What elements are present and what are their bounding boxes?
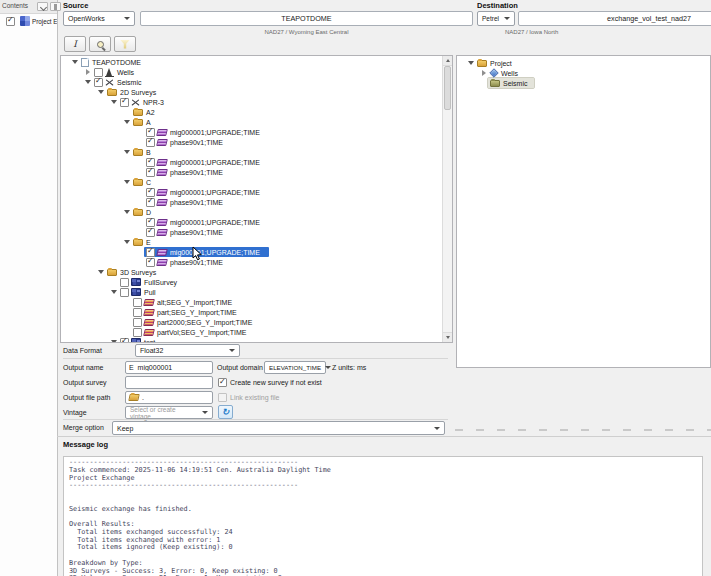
tree-checkbox[interactable] (146, 198, 155, 207)
tree-row[interactable]: phase90v1;TIME (61, 167, 452, 177)
data-format-dropdown[interactable]: Float32 (135, 344, 240, 357)
tree-checkbox[interactable] (120, 278, 129, 287)
tree-row[interactable]: mig000001;UPGRADE;TIME (61, 247, 452, 257)
tree-checkbox[interactable] (120, 288, 129, 297)
collapse-icon[interactable] (84, 80, 92, 84)
tree-row[interactable]: phase90v1;TIME (61, 257, 452, 267)
tree-checkbox[interactable] (133, 328, 142, 337)
source-connector-dropdown[interactable]: OpenWorks (63, 11, 135, 26)
collapse-panel-button[interactable] (37, 2, 48, 11)
tree-checkbox[interactable] (120, 98, 129, 107)
open-folder-icon[interactable] (128, 394, 139, 401)
tree-row[interactable]: test (61, 337, 452, 343)
tree-checkbox[interactable] (120, 338, 129, 344)
tree-row[interactable]: C (61, 177, 452, 187)
tree-row[interactable]: phase90v1;TIME (61, 137, 452, 147)
collapse-icon[interactable] (467, 61, 475, 65)
vintage-dropdown[interactable]: Select or create vintage (125, 406, 213, 419)
collapse-icon[interactable] (97, 270, 105, 274)
project-exchange-checkbox[interactable] (6, 17, 15, 26)
message-log-text: ----------------------------------------… (64, 457, 702, 576)
tree-checkbox[interactable] (133, 308, 142, 317)
collapse-icon[interactable] (123, 240, 131, 244)
source-project-field[interactable]: TEAPOTDOME (140, 11, 473, 26)
merge-option-dropdown[interactable]: Keep (112, 421, 445, 435)
ibeam-button[interactable]: I (64, 36, 86, 52)
collapse-icon[interactable] (123, 210, 131, 214)
destination-connector-dropdown[interactable]: Petrel (477, 11, 515, 26)
chevron-down-icon (504, 17, 510, 20)
output-file-path-input[interactable]: . (125, 391, 213, 404)
seismic-volume-icon (143, 329, 155, 336)
tree-row[interactable]: FullSurvey (61, 277, 452, 287)
tree-row[interactable]: A2 (61, 107, 452, 117)
link-existing-file-checkbox[interactable] (218, 393, 227, 402)
tree-row[interactable]: Wells (457, 68, 710, 78)
tree-row[interactable]: Seismic (61, 77, 452, 87)
create-new-survey-checkbox[interactable] (218, 378, 227, 387)
tree-row[interactable]: mig000001;UPGRADE;TIME (61, 187, 452, 197)
collapse-icon[interactable] (110, 290, 118, 294)
tree-row[interactable]: part;SEG_Y_Import;TIME (61, 307, 452, 317)
scroll-down-button[interactable] (443, 332, 453, 342)
collapse-icon[interactable] (123, 180, 131, 184)
tree-row[interactable]: TEAPOTDOME (61, 57, 452, 67)
tree-row[interactable]: 3D Surveys (61, 267, 452, 277)
pin-panel-button[interactable] (50, 2, 61, 11)
tree-checkbox[interactable] (146, 138, 155, 147)
expand-icon[interactable] (480, 70, 488, 76)
scrollbar-thumb[interactable] (444, 66, 451, 110)
tree-checkbox[interactable] (146, 258, 155, 267)
scrollbar[interactable] (442, 56, 452, 342)
tree-row[interactable]: Wells (61, 67, 452, 77)
scroll-up-button[interactable] (443, 56, 453, 66)
output-domain-dropdown[interactable]: ELEVATION_TIME (264, 361, 326, 374)
tree-row[interactable]: part2000;SEG_Y_Import;TIME (61, 317, 452, 327)
tree-row[interactable]: alt;SEG_Y_Import;TIME (61, 297, 452, 307)
collapse-icon[interactable] (110, 100, 118, 104)
expand-icon[interactable] (84, 69, 92, 75)
tree-row[interactable]: mig000001;UPGRADE;TIME (61, 217, 452, 227)
tree-row[interactable]: phase90v1;TIME (61, 227, 452, 237)
seismic-2d-version-icon (156, 229, 168, 236)
tree-item: mig000001;UPGRADE;TIME (144, 247, 269, 257)
collapse-icon[interactable] (97, 90, 105, 94)
tree-checkbox[interactable] (146, 168, 155, 177)
tree-row[interactable]: E (61, 237, 452, 247)
search-button[interactable] (89, 36, 111, 52)
tree-row[interactable]: D (61, 207, 452, 217)
collapse-icon[interactable] (123, 120, 131, 124)
collapse-icon[interactable] (71, 60, 79, 64)
seismic-volume-icon (143, 319, 155, 326)
filter-button[interactable] (114, 36, 136, 52)
tree-checkbox[interactable] (94, 78, 103, 87)
sidebar-item-project-exchange[interactable]: Project Exch... (0, 15, 57, 27)
tree-item-label: phase90v1;TIME (170, 139, 223, 146)
message-log-box[interactable]: ----------------------------------------… (63, 456, 703, 576)
refresh-vintage-button[interactable]: ↻ (218, 405, 233, 419)
collapse-icon[interactable] (123, 150, 131, 154)
tree-row[interactable]: Pull (61, 287, 452, 297)
destination-project-field[interactable]: exchange_vol_test_nad27 (518, 11, 711, 26)
tree-row[interactable]: mig000001;UPGRADE;TIME (61, 157, 452, 167)
tree-row[interactable]: phase90v1;TIME (61, 197, 452, 207)
tree-checkbox[interactable] (146, 228, 155, 237)
tree-row[interactable]: 2D Surveys (61, 87, 452, 97)
tree-checkbox[interactable] (133, 298, 142, 307)
output-name-input[interactable] (125, 361, 213, 374)
form-divider (63, 358, 448, 359)
tree-checkbox[interactable] (133, 318, 142, 327)
tree-row[interactable]: NPR-3 (61, 97, 452, 107)
tree-row[interactable]: partVol;SEG_Y_Import;TIME (61, 327, 452, 337)
contents-title: Contents (2, 2, 28, 9)
collapse-icon[interactable] (110, 340, 118, 343)
tree-row[interactable]: mig000001;UPGRADE;TIME (61, 127, 452, 137)
tree-row[interactable]: A (61, 117, 452, 127)
tree-row[interactable]: Seismic (457, 78, 710, 88)
tree-row[interactable]: Project (457, 58, 710, 68)
source-tree-panel: TEAPOTDOMEWellsSeismic2D SurveysNPR-3A2A… (60, 55, 453, 343)
output-survey-input[interactable] (125, 376, 213, 389)
folder-icon (133, 179, 143, 186)
splitter-handle[interactable] (455, 429, 711, 431)
tree-row[interactable]: B (61, 147, 452, 157)
